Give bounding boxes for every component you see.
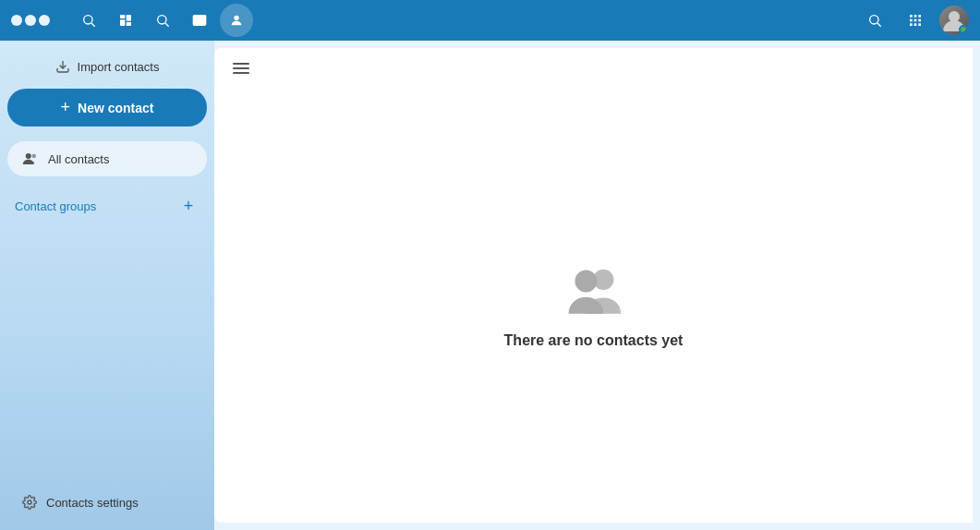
svg-rect-12 [910, 15, 913, 18]
import-contacts-button[interactable]: Import contacts [7, 52, 207, 81]
topbar-left [11, 4, 253, 37]
topbar [0, 0, 980, 41]
svg-rect-5 [127, 22, 131, 26]
hamburger-button[interactable] [229, 59, 253, 78]
svg-point-9 [234, 16, 238, 20]
svg-rect-17 [918, 19, 921, 22]
empty-state-text: There are no contacts yet [504, 332, 684, 349]
svg-point-25 [28, 500, 31, 504]
svg-rect-4 [127, 15, 131, 21]
svg-rect-16 [914, 19, 917, 22]
svg-rect-18 [910, 23, 913, 26]
contacts-settings-button[interactable]: Contacts settings [7, 486, 207, 519]
svg-rect-13 [914, 15, 917, 18]
svg-point-0 [84, 16, 92, 24]
svg-rect-19 [914, 23, 917, 26]
svg-line-7 [165, 23, 169, 27]
import-contacts-label: Import contacts [78, 60, 160, 74]
new-contact-label: New contact [78, 101, 153, 115]
svg-line-11 [877, 23, 881, 27]
nextcloud-logo[interactable] [11, 15, 50, 26]
topbar-right [858, 4, 969, 37]
add-contact-group-button[interactable]: + [177, 195, 200, 217]
new-contact-plus-icon: + [61, 98, 71, 117]
svg-rect-3 [120, 19, 125, 26]
all-contacts-button[interactable]: All contacts [7, 141, 207, 176]
topbar-grid-button[interactable] [899, 4, 932, 37]
svg-point-6 [158, 16, 166, 24]
svg-point-24 [32, 154, 37, 159]
sidebar-bottom: Contacts settings [7, 486, 207, 519]
contact-groups-label: Contact groups [15, 199, 96, 213]
avatar[interactable] [939, 6, 969, 35]
svg-rect-15 [910, 19, 913, 22]
svg-rect-14 [918, 15, 921, 18]
all-contacts-icon [22, 151, 39, 167]
contact-groups-header: Contact groups + [7, 191, 207, 221]
svg-point-27 [575, 271, 597, 293]
topbar-search-button[interactable] [858, 4, 891, 37]
svg-point-10 [870, 16, 878, 24]
content-area: There are no contacts yet [214, 48, 973, 523]
no-contacts-icon [562, 262, 626, 318]
new-contact-button[interactable]: + New contact [7, 89, 207, 126]
empty-state: There are no contacts yet [214, 89, 973, 523]
settings-icon [22, 495, 37, 510]
main-content: Import contacts + New contact All contac… [0, 41, 980, 530]
svg-point-23 [26, 153, 31, 159]
files-nav-icon[interactable] [109, 4, 142, 37]
search2-nav-icon[interactable] [146, 4, 179, 37]
svg-line-1 [91, 23, 95, 27]
nav-icons [72, 4, 253, 37]
all-contacts-label: All contacts [48, 152, 109, 166]
contacts-settings-label: Contacts settings [46, 496, 139, 510]
svg-rect-2 [120, 15, 125, 18]
avatar-status-indicator [959, 25, 968, 34]
import-icon [55, 59, 70, 74]
content-header [214, 48, 973, 89]
sidebar: Import contacts + New contact All contac… [0, 41, 214, 530]
contacts-nav-icon[interactable] [220, 4, 253, 37]
mail-nav-icon[interactable] [183, 4, 216, 37]
svg-rect-20 [918, 23, 921, 26]
search-nav-icon[interactable] [72, 4, 105, 37]
